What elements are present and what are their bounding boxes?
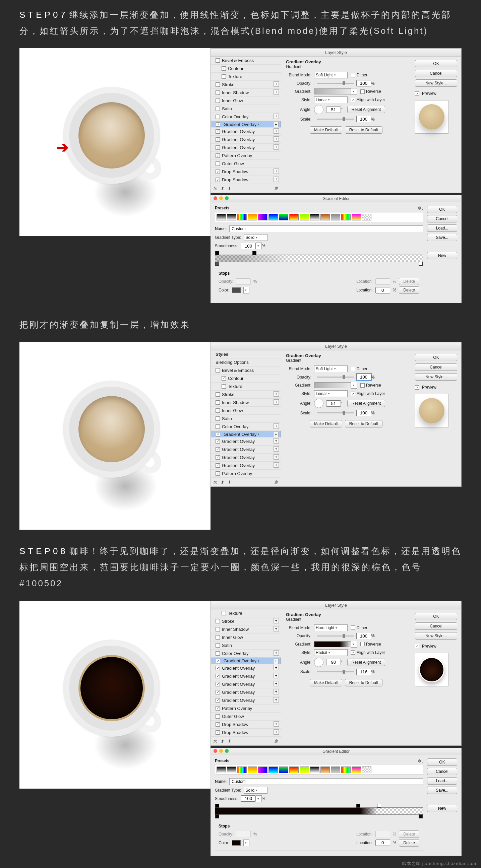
gradient-bar[interactable] [215,255,423,262]
opacity-slider[interactable] [317,636,354,637]
arrow-up-icon[interactable]: ⬆ [220,480,224,485]
list-item[interactable]: Gradient Overlay+ [211,462,281,470]
gradient-name-input[interactable] [229,225,423,232]
list-item[interactable]: Pattern Overlay [211,470,281,478]
new-button[interactable]: New [427,805,457,812]
list-item[interactable]: Drop Shadow+ [211,721,281,728]
reset-alignment-button[interactable]: Reset Alignment [347,106,385,113]
gradient-name-input[interactable] [229,778,423,785]
angle-input[interactable] [326,400,341,407]
minimize-icon[interactable] [219,749,223,753]
make-default-button[interactable]: Make Default [310,126,342,134]
make-default-button[interactable]: Make Default [310,420,342,428]
list-item[interactable]: Gradient Overlay+ [211,445,281,454]
cancel-button[interactable]: Cancel [415,622,457,630]
maximize-icon[interactable] [225,749,229,753]
gradient-swatch[interactable] [314,88,351,94]
trash-icon[interactable]: 🗑 [274,739,278,744]
checkbox-icon[interactable] [351,98,355,102]
gradient-type-select[interactable]: Solid [244,234,268,241]
list-item[interactable]: Bevel & Emboss [211,57,281,65]
list-item[interactable]: Gradient Overlay+ [211,454,281,462]
maximize-icon[interactable] [225,196,229,200]
angle-dial[interactable] [314,658,324,667]
checkbox-icon[interactable] [415,91,419,96]
new-style-button[interactable]: New Style... [415,80,457,87]
list-item-selected[interactable]: Gradient Overlay+ [211,431,281,437]
color-swatch[interactable] [232,840,241,845]
smoothness-input[interactable] [241,243,256,249]
list-item[interactable]: Inner Shadow+ [211,89,281,97]
list-item[interactable]: Gradient Overlay+ [211,128,281,136]
opacity-input[interactable] [356,80,371,87]
angle-input[interactable] [326,659,341,665]
checkbox-icon[interactable] [215,98,220,103]
style-select[interactable]: Linear [314,390,348,397]
list-item[interactable]: Texture [211,382,281,391]
plus-icon[interactable]: + [273,82,279,87]
smoothness-input[interactable] [241,795,256,802]
checkbox-icon[interactable] [215,153,220,158]
list-header[interactable]: Styles [211,350,281,359]
list-item[interactable]: Outer Glow [211,160,281,168]
list-item[interactable]: Outer Glow [211,713,281,721]
arrow-down-icon[interactable]: ⬇ [227,186,231,191]
plus-icon[interactable]: + [273,128,279,134]
presets-grid[interactable] [215,212,423,222]
gear-icon[interactable]: ✻. [418,758,423,764]
list-item[interactable]: Texture [211,73,281,81]
arrow-up-icon[interactable]: ⬆ [220,186,224,191]
list-item[interactable]: Inner Glow [211,407,281,415]
list-item[interactable]: Drop Shadow+ [211,176,281,184]
list-item[interactable]: Bevel & Emboss [211,367,281,375]
arrow-down-icon[interactable]: ⬇ [227,480,231,485]
list-item[interactable]: Blending Options [211,359,281,367]
opacity-stop[interactable] [377,804,381,808]
blend-mode-select[interactable]: Hard Light [314,624,348,631]
reset-default-button[interactable]: Reset to Default [345,420,383,428]
style-select[interactable]: Linear [314,96,348,103]
scale-input[interactable] [356,669,371,675]
delete-button[interactable]: Delete [399,831,419,838]
list-item[interactable]: Color Overlay+ [211,423,281,431]
scale-slider[interactable] [317,412,354,413]
gradient-swatch[interactable] [314,382,351,388]
save-button[interactable]: Save... [427,234,457,241]
new-button[interactable]: New [427,252,457,259]
list-item[interactable]: Satin [211,415,281,423]
checkbox-icon[interactable] [215,83,220,87]
gradient-dropdown[interactable] [351,88,357,95]
delete-button[interactable]: Delete [399,839,419,846]
plus-icon[interactable]: + [273,145,279,150]
cancel-button[interactable]: Cancel [415,70,457,77]
list-item[interactable]: Stroke+ [211,391,281,399]
checkbox-icon[interactable] [215,161,220,166]
make-default-button[interactable]: Make Default [310,679,342,686]
gradient-type-select[interactable]: Solid [244,787,268,794]
checkbox-icon[interactable] [351,73,355,78]
plus-icon[interactable]: + [273,114,279,119]
ok-button[interactable]: OK [415,354,457,361]
ok-button[interactable]: OK [415,60,457,67]
angle-dial[interactable] [314,399,324,408]
gradient-swatch[interactable] [314,641,351,647]
list-item[interactable]: Inner Shadow+ [211,625,281,633]
trash-icon[interactable]: 🗑 [274,186,278,191]
reset-alignment-button[interactable]: Reset Alignment [347,659,385,666]
color-stop[interactable] [215,814,219,818]
blend-mode-select[interactable]: Soft Light [314,72,348,79]
opacity-stop[interactable] [215,804,219,808]
color-swatch[interactable] [232,287,241,293]
list-item[interactable]: Gradient Overlay+ [211,136,281,144]
checkbox-icon[interactable] [215,178,220,182]
list-item[interactable]: Inner Glow [211,633,281,642]
list-item[interactable]: Color Overlay+ [211,113,281,121]
list-item[interactable]: Texture [211,609,281,617]
list-item[interactable]: Gradient Overlay+ [211,696,281,705]
ok-button[interactable]: OK [415,613,457,620]
angle-dial[interactable] [314,105,324,114]
list-item-selected[interactable]: Gradient Overlay+ [211,121,281,128]
list-item[interactable]: Stroke+ [211,617,281,625]
opacity-slider[interactable] [317,376,354,377]
opacity-stop[interactable] [252,251,257,255]
